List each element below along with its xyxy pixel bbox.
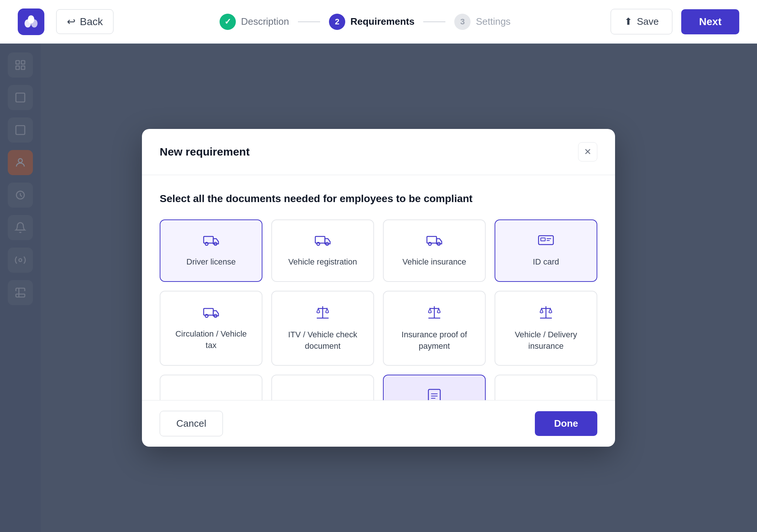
scale-icon-2 xyxy=(426,305,442,322)
truck-icon-3 xyxy=(426,233,442,249)
modal-overlay: New requirement ✕ Select all the documen… xyxy=(0,44,757,532)
svg-rect-18 xyxy=(427,236,437,243)
scale-icon xyxy=(315,305,331,322)
svg-rect-15 xyxy=(315,236,325,243)
doc-card-driver-license[interactable]: Driver license xyxy=(160,219,262,282)
step-description: ✓ Description xyxy=(220,14,289,30)
nav-right-actions: ⬆ Save Next xyxy=(611,9,739,34)
doc-card-id-card[interactable]: ID card xyxy=(495,219,597,282)
truck-icon-4 xyxy=(203,306,219,321)
svg-point-16 xyxy=(317,242,320,245)
doc-label-vehicle-delivery: Vehicle / Delivery insurance xyxy=(504,329,588,352)
truck-icon-2 xyxy=(315,233,331,249)
close-icon: ✕ xyxy=(584,147,591,157)
doc-card-internal-form[interactable]: Internal form Custom xyxy=(383,375,486,400)
step-divider-1 xyxy=(298,21,320,22)
new-requirement-modal: New requirement ✕ Select all the documen… xyxy=(142,129,615,447)
step-description-label: Description xyxy=(241,16,289,27)
svg-point-26 xyxy=(205,314,208,317)
document-grid: Driver license Vehicle registration xyxy=(160,219,597,400)
doc-card-vehicle-registration[interactable]: Vehicle registration xyxy=(271,219,374,282)
doc-card-add-document[interactable]: + Add document xyxy=(495,375,597,400)
cancel-button[interactable]: Cancel xyxy=(160,411,223,436)
doc-card-vehicle-insurance[interactable]: Vehicle insurance xyxy=(383,219,486,282)
modal-header: New requirement ✕ xyxy=(142,129,615,175)
done-button[interactable]: Done xyxy=(535,411,597,436)
save-icon: ⬆ xyxy=(624,16,632,27)
modal-close-button[interactable]: ✕ xyxy=(578,142,597,161)
svg-point-19 xyxy=(428,242,431,245)
doc-label-id-card: ID card xyxy=(533,256,559,268)
step-description-circle: ✓ xyxy=(220,14,236,30)
doc-label-vehicle-registration: Vehicle registration xyxy=(288,256,357,268)
svg-rect-25 xyxy=(204,308,213,315)
back-icon: ↩ xyxy=(67,16,75,28)
step-settings-circle: 3 xyxy=(454,14,471,30)
back-button[interactable]: ↩ Back xyxy=(56,9,113,34)
back-label: Back xyxy=(80,16,103,28)
step-requirements-circle: 2 xyxy=(329,14,345,30)
doc-label-circulation-tax: Circulation / Vehicle tax xyxy=(169,328,253,351)
done-label: Done xyxy=(554,418,578,429)
doc-card-vehicle-delivery[interactable]: Vehicle / Delivery insurance xyxy=(495,291,597,366)
next-button[interactable]: Next xyxy=(681,9,739,34)
save-label: Save xyxy=(637,16,659,27)
svg-point-2 xyxy=(28,15,34,23)
doc-label-driver-license: Driver license xyxy=(186,256,235,268)
doc-label-insurance-proof: Insurance proof of payment xyxy=(393,329,476,352)
app-logo xyxy=(18,8,44,35)
svg-rect-12 xyxy=(204,236,213,243)
scale-icon-3 xyxy=(538,305,554,322)
doc-card-insurance-proof[interactable]: Insurance proof of payment xyxy=(383,291,486,366)
truck-icon xyxy=(203,233,219,249)
save-button[interactable]: ⬆ Save xyxy=(611,9,672,34)
card-icon xyxy=(538,233,554,249)
svg-rect-22 xyxy=(541,238,545,241)
doc-card-circulation-tax[interactable]: Circulation / Vehicle tax xyxy=(160,291,262,366)
doc-card-first-aid[interactable]: First Aid Certificate xyxy=(271,375,374,400)
modal-title: New requirement xyxy=(160,146,249,158)
next-label: Next xyxy=(699,16,722,27)
doc-icon xyxy=(428,389,441,400)
step-requirements: 2 Requirements xyxy=(329,14,414,30)
modal-subtitle: Select all the documents needed for empl… xyxy=(160,193,597,205)
svg-point-13 xyxy=(205,242,208,245)
steps-indicator: ✓ Description 2 Requirements 3 Settings xyxy=(131,14,599,30)
doc-label-vehicle-insurance: Vehicle insurance xyxy=(403,256,466,268)
doc-card-passport[interactable]: Passport xyxy=(160,375,262,400)
step-divider-2 xyxy=(423,21,445,22)
step-settings: 3 Settings xyxy=(454,14,510,30)
modal-footer: Cancel Done xyxy=(142,400,615,447)
modal-body: Select all the documents needed for empl… xyxy=(142,175,615,400)
doc-label-itv-check: ITV / Vehicle check document xyxy=(281,329,364,352)
top-navbar: ↩ Back ✓ Description 2 Requirements 3 Se… xyxy=(0,0,757,44)
cancel-label: Cancel xyxy=(176,418,206,429)
doc-card-itv-check[interactable]: ITV / Vehicle check document xyxy=(271,291,374,366)
step-requirements-label: Requirements xyxy=(350,16,414,27)
step-settings-label: Settings xyxy=(476,16,510,27)
